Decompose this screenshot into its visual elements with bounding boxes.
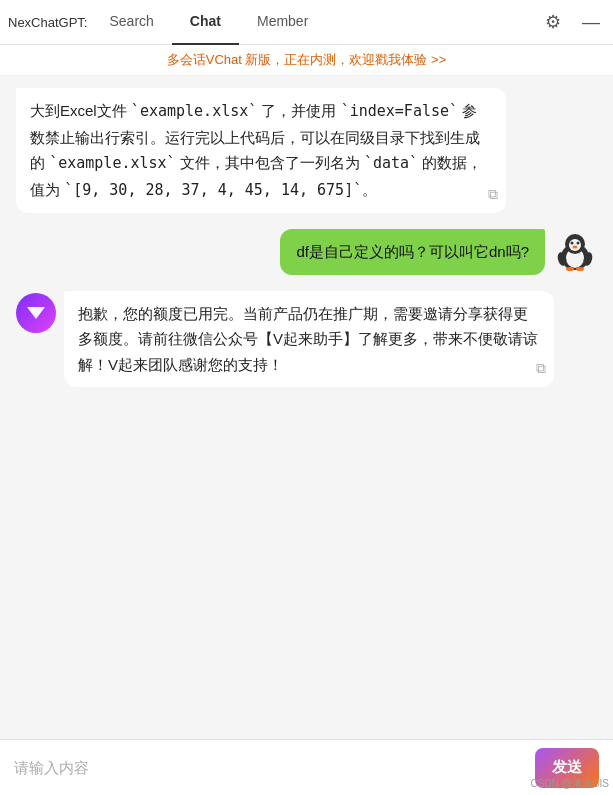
window-actions: ⚙ — [539,8,605,36]
svg-point-4 [571,242,574,245]
settings-button[interactable]: ⚙ [539,8,567,36]
message-user-1: df是自己定义的吗？可以叫它dn吗? [16,229,597,275]
minimize-button[interactable]: — [577,8,605,36]
v-logo-icon [24,301,48,325]
tab-chat[interactable]: Chat [172,0,239,45]
message-input[interactable] [14,759,527,776]
bubble-assistant-2: 抱歉，您的额度已用完。当前产品仍在推广期，需要邀请分享获得更多额度。请前往微信公… [64,291,554,388]
chat-area: 大到Excel文件 `example.xlsx` 了，并使用 `index=Fa… [0,76,613,739]
svg-point-6 [573,246,578,249]
penguin-icon [555,231,595,271]
title-bar: NexChatGPT: Search Chat Member ⚙ — [0,0,613,45]
bubble-assistant-1: 大到Excel文件 `example.xlsx` 了，并使用 `index=Fa… [16,88,506,213]
bubble-user-1: df是自己定义的吗？可以叫它dn吗? [280,229,545,275]
tab-member[interactable]: Member [239,0,326,45]
svg-point-9 [566,267,574,271]
copy-button-2[interactable]: ⧉ [536,357,546,381]
input-area: 发送 [0,739,613,795]
tab-search[interactable]: Search [91,0,171,45]
message-assistant-1: 大到Excel文件 `example.xlsx` 了，并使用 `index=Fa… [16,88,597,213]
svg-point-5 [577,242,580,245]
copy-button-1[interactable]: ⧉ [488,183,498,207]
watermark: CSDN @清源GIS [531,777,610,791]
svg-point-3 [569,239,581,251]
app-name: NexChatGPT: [8,15,87,30]
tabs: Search Chat Member [91,0,539,45]
assistant-avatar [16,293,56,333]
promo-banner[interactable]: 多会话VChat 新版，正在内测，欢迎戳我体验 >> [0,45,613,76]
user-avatar [553,229,597,273]
message-assistant-2: 抱歉，您的额度已用完。当前产品仍在推广期，需要邀请分享获得更多额度。请前往微信公… [16,291,597,388]
svg-point-10 [576,267,584,271]
